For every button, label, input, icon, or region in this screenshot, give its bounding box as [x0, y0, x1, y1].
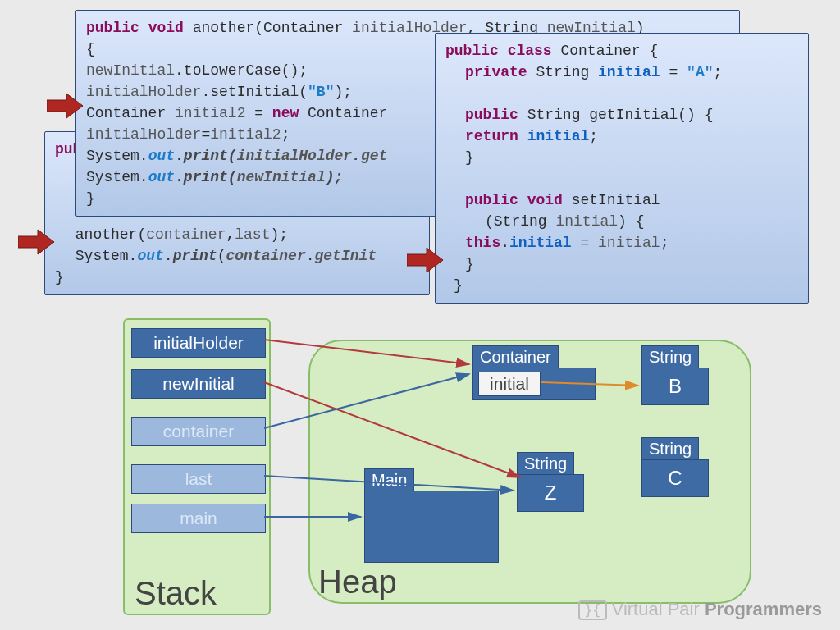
object-title: String: [517, 452, 574, 475]
object-value: Z: [518, 482, 583, 504]
object-title: String: [641, 437, 699, 460]
heap-region: Container initial String B String C Stri…: [308, 340, 751, 604]
step-arrow-icon: [47, 92, 83, 120]
step-arrow-icon: [18, 228, 54, 256]
object-title: Main: [364, 468, 414, 491]
logo-glyph-icon: }{: [578, 600, 606, 620]
stack-frame-container: container: [131, 417, 266, 446]
stack-frame-initialHolder: initialHolder: [131, 328, 266, 358]
object-field-initial: initial: [478, 372, 541, 396]
heap-object-string-z: String Z: [517, 474, 584, 512]
stack-label: Stack: [135, 575, 217, 612]
code-panel-container-class: public class Container { private String …: [435, 33, 809, 304]
stack-frame-main: main: [131, 504, 266, 533]
stack-frame-last: last: [131, 464, 266, 494]
heap-object-container: Container initial: [472, 368, 596, 400]
object-title: Container: [472, 345, 559, 368]
object-value: B: [642, 375, 708, 398]
heap-object-string-c: String C: [641, 459, 709, 497]
heap-object-string-b: String B: [641, 368, 709, 405]
watermark: }{Virtual Pair Programmers: [578, 599, 822, 620]
stack-region: initialHolder newInitial container last …: [123, 318, 271, 615]
object-title: String: [641, 345, 699, 368]
stack-frame-newInitial: newInitial: [131, 369, 266, 399]
step-arrow-icon: [407, 246, 443, 274]
heap-object-main: Main: [364, 491, 499, 563]
object-value: C: [642, 467, 708, 490]
heap-label: Heap: [318, 564, 397, 600]
